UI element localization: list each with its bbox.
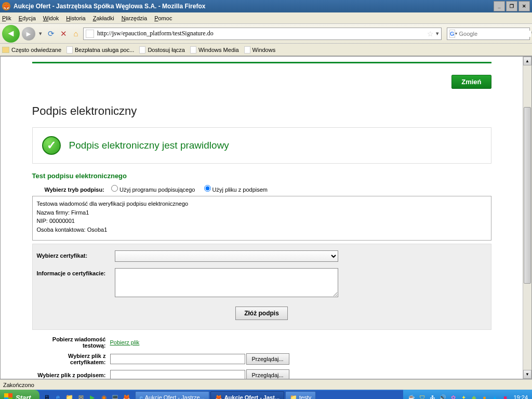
bookmark-item-0[interactable]: Bezpłatna usługa poc...: [66, 46, 134, 54]
bookmark-star-icon[interactable]: ☆: [427, 30, 434, 38]
certificate-box: Wybierz certyfikat: Informacje o certyfi…: [32, 244, 491, 330]
task-item-2[interactable]: 📁testy: [285, 391, 316, 399]
task-item-0[interactable]: eAukcje Ofert - Jastrzę...: [135, 391, 209, 399]
browse-sig-button[interactable]: Przeglądaj...: [246, 369, 289, 379]
cert-info-textarea[interactable]: [115, 268, 338, 297]
menu-edit[interactable]: Edycja: [19, 15, 36, 21]
tray-clock[interactable]: 19:24: [513, 394, 528, 399]
nav-toolbar: ◄ ► ▾ ⟳ ✕ ⌂ ☆ ▾ G ▾ 🔍: [0, 24, 532, 44]
file-sig-input[interactable]: [110, 370, 245, 379]
browse-cert-button[interactable]: Przeglądaj...: [246, 353, 289, 365]
task-item-1[interactable]: 🦊Aukcje Ofert - Jast...: [210, 391, 284, 399]
statusbar: Zakończono: [0, 379, 532, 390]
page-icon: [244, 46, 250, 54]
file-cert-label: Wybierz plik z certyfikatem:: [32, 353, 110, 365]
tray-shield-icon[interactable]: 🛡: [418, 393, 426, 399]
ql-outlook-icon[interactable]: ✉: [76, 392, 86, 399]
tray-app6-icon[interactable]: ■: [501, 393, 509, 399]
page-icon: [139, 46, 145, 54]
windows-logo-icon: [4, 393, 12, 399]
google-icon[interactable]: G: [449, 30, 455, 38]
status-text: Podpis elektroniczny jest prawidlowy: [69, 140, 229, 151]
tray-app1-icon[interactable]: ✿: [449, 393, 457, 399]
window-title: Aukcje Ofert - Jastrzębska Spółka Węglow…: [14, 3, 493, 10]
divider: [32, 62, 491, 63]
tray-volume-icon[interactable]: 🔊: [438, 393, 447, 399]
taskbar: Start 🖥 e 📁 ✉ ▶ ◉ 💻 🦊 eAukcje Ofert - Ja…: [0, 390, 532, 399]
ql-ie-icon[interactable]: e: [53, 392, 63, 399]
forward-button[interactable]: ►: [22, 27, 35, 41]
sign-button[interactable]: Złóż podpis: [235, 307, 288, 320]
page-icon: [86, 30, 94, 38]
file-cert-input[interactable]: [110, 354, 245, 364]
bookmark-item-1[interactable]: Dostosuj łącza: [139, 46, 185, 54]
tray-java-icon[interactable]: ☕: [407, 393, 416, 399]
start-button[interactable]: Start: [0, 390, 39, 399]
close-button[interactable]: ✕: [518, 1, 530, 11]
content-area: Zmień Podpis elektroniczny ✓ Podpis elek…: [0, 56, 532, 379]
cert-select-label: Wybierz certyfikat:: [37, 250, 115, 259]
ql-wmp-icon[interactable]: ◉: [99, 392, 109, 399]
menu-bookmarks[interactable]: Zakładki: [93, 15, 114, 21]
window-titlebar: 🦊 Aukcje Ofert - Jastrzębska Spółka Węgl…: [0, 0, 532, 12]
ql-firefox-icon[interactable]: 🦊: [122, 392, 132, 399]
cert-select[interactable]: [115, 250, 338, 262]
back-button[interactable]: ◄: [2, 25, 20, 43]
tray-app4-icon[interactable]: ●: [480, 393, 488, 399]
folder-icon: [2, 47, 9, 53]
mode-radio-program[interactable]: Użyj programu podpisującego: [111, 187, 195, 193]
bookmark-item-2[interactable]: Windows Media: [190, 46, 239, 54]
bookmark-frequent[interactable]: Często odwiedzane: [2, 47, 61, 53]
stop-button[interactable]: ✕: [58, 29, 69, 39]
tray-network-icon[interactable]: 🖧: [428, 393, 436, 399]
ql-putty-icon[interactable]: 💻: [110, 392, 121, 399]
ql-media-icon[interactable]: ▶: [87, 392, 98, 399]
bookmark-item-3[interactable]: Windows: [244, 46, 276, 54]
menu-history[interactable]: Historia: [66, 15, 85, 21]
restore-button[interactable]: ❐: [506, 1, 517, 11]
status-text: Zakończono: [3, 382, 34, 388]
menu-file[interactable]: Plik: [2, 15, 11, 21]
search-box: G ▾ 🔍: [447, 28, 530, 40]
test-message-box: Testowa wiadomość dla weryfikacji podpis…: [32, 196, 491, 241]
cert-info-label: Informacje o certyfikacie:: [37, 268, 115, 276]
download-label: Pobierz wiadomość testową:: [32, 336, 110, 349]
menubar: Plik Edycja Widok Historia Zakładki Narz…: [0, 12, 532, 24]
bookmarks-toolbar: Często odwiedzane Bezpłatna usługa poc..…: [0, 44, 532, 56]
page-icon: [66, 46, 73, 54]
vertical-scrollbar[interactable]: ▲ ▼: [523, 57, 531, 379]
file-sig-label: Wybierz plik z podpisem:: [32, 372, 110, 378]
mode-row: Wybierz tryb podpisu: Użyj programu podp…: [32, 185, 491, 193]
menu-tools[interactable]: Narzędzia: [122, 15, 148, 21]
url-dropdown[interactable]: ▾: [436, 30, 439, 37]
history-dropdown[interactable]: ▾: [37, 26, 44, 41]
ql-commander-icon[interactable]: 📁: [64, 392, 75, 399]
page-title: Podpis elektroniczny: [32, 104, 491, 118]
ql-desktop-icon[interactable]: 🖥: [42, 392, 52, 399]
scroll-thumb[interactable]: [524, 107, 531, 284]
menu-help[interactable]: Pomoc: [154, 15, 172, 21]
check-icon: ✓: [42, 136, 61, 155]
task-buttons: eAukcje Ofert - Jastrzę... 🦊Aukcje Ofert…: [135, 391, 404, 399]
file-section: Pobierz wiadomość testową: Pobierz plik …: [32, 336, 491, 379]
tray-app5-icon[interactable]: ▲: [490, 393, 499, 399]
home-button[interactable]: ⌂: [71, 29, 81, 39]
menu-view[interactable]: Widok: [43, 15, 59, 21]
download-link[interactable]: Pobierz plik: [110, 339, 140, 345]
url-input[interactable]: [97, 30, 427, 37]
minimize-button[interactable]: _: [494, 1, 505, 11]
tray-app3-icon[interactable]: ◆: [470, 393, 478, 399]
status-box: ✓ Podpis elektroniczny jest prawidlowy: [32, 127, 491, 164]
scroll-down-button[interactable]: ▼: [523, 370, 531, 379]
section-title: Test podpisu elektronicznego: [32, 172, 491, 180]
system-tray: ☕ 🛡 🖧 🔊 ✿ ✦ ◆ ● ▲ ■ 19:24: [403, 390, 532, 399]
quick-launch: 🖥 e 📁 ✉ ▶ ◉ 💻 🦊: [42, 392, 132, 399]
tray-app2-icon[interactable]: ✦: [459, 393, 468, 399]
scroll-track[interactable]: [523, 65, 531, 370]
mode-radio-file[interactable]: Użyj pliku z podpisem: [204, 187, 268, 193]
scroll-up-button[interactable]: ▲: [523, 57, 531, 65]
search-input[interactable]: [459, 31, 531, 37]
zmien-button[interactable]: Zmień: [451, 75, 491, 89]
url-bar: ☆ ▾: [83, 28, 442, 40]
reload-button[interactable]: ⟳: [46, 29, 56, 39]
